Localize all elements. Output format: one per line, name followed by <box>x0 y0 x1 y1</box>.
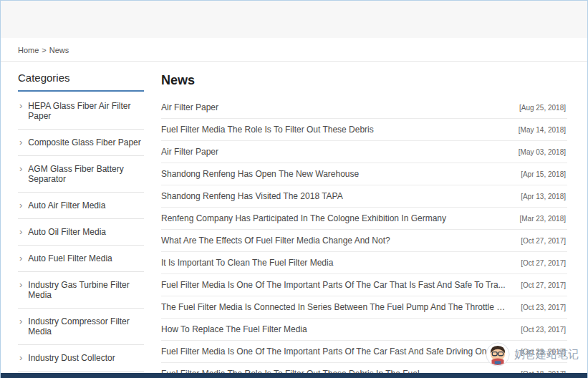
news-row-date: [Mar 23, 2018] <box>520 215 566 223</box>
category-label: AGM Glass Fiber Battery Separator <box>28 164 144 184</box>
categories-accent-rule <box>18 90 144 92</box>
sidebar-category-item[interactable]: › Auto Fuel Filter Media <box>18 246 144 272</box>
news-row[interactable]: Shandong Renfeng Has Open The New Wareho… <box>161 163 567 185</box>
category-label: Industry Compressor Filter Media <box>28 316 144 336</box>
news-row-date: [May 03, 2018] <box>519 148 566 156</box>
news-row-date: [Aug 25, 2018] <box>519 104 566 112</box>
chevron-right-icon: › <box>19 280 22 290</box>
news-row-date: [Oct 23, 2017] <box>521 348 566 356</box>
news-row-date: [May 14, 2018] <box>519 126 566 134</box>
sidebar-category-item[interactable]: › Auto Oil Filter Media <box>18 219 144 246</box>
chevron-right-icon: › <box>19 200 22 210</box>
category-label: HEPA Glass Fiber Air Filter Paper <box>28 101 144 121</box>
chevron-right-icon: › <box>19 137 22 147</box>
news-row-title[interactable]: How To Replace The Fuel Filter Media <box>161 324 319 334</box>
sidebar-category-item[interactable]: › HEPA Glass Fiber Air Filter Paper <box>18 93 144 130</box>
category-label: Composite Glass Fiber Paper <box>28 137 140 147</box>
news-row[interactable]: Fuel Filter Media Is One Of The Importan… <box>161 341 567 363</box>
news-row-date: [Apr 13, 2018] <box>521 193 566 200</box>
chevron-right-icon: › <box>19 316 22 326</box>
category-label: Auto Oil Filter Media <box>28 227 106 237</box>
news-row-title[interactable]: Air Filter Paper <box>161 147 230 157</box>
news-row-title[interactable]: Fuel Filter Media Is One Of The Importan… <box>161 280 517 290</box>
page-frame: Home>News Categories › HEPA Glass Fiber … <box>0 0 588 378</box>
news-row[interactable]: Fuel Filter Media The Role Is To Filter … <box>161 119 567 141</box>
categories-title: Categories <box>18 72 144 90</box>
news-row-title[interactable]: Renfeng Company Has Participated In The … <box>161 213 458 223</box>
chevron-right-icon: › <box>19 101 22 111</box>
category-label: Auto Fuel Filter Media <box>28 253 112 263</box>
news-row[interactable]: Fuel Filter Media Is One Of The Importan… <box>161 274 567 296</box>
news-row-title[interactable]: Air Filter Paper <box>161 102 230 112</box>
news-row-date: [Oct 27, 2017] <box>521 281 566 289</box>
category-list: › HEPA Glass Fiber Air Filter Paper › Co… <box>18 93 144 372</box>
breadcrumb-separator: > <box>42 46 46 54</box>
news-row-title[interactable]: Fuel Filter Media The Role Is To Filter … <box>161 125 385 135</box>
page-title: News <box>161 73 567 88</box>
news-row-title[interactable]: The Fuel Filter Media Is Connected In Se… <box>161 302 521 312</box>
news-row[interactable]: Renfeng Company Has Participated In The … <box>161 208 567 230</box>
breadcrumb: Home>News <box>1 38 587 61</box>
sidebar-category-item[interactable]: › Industry Compressor Filter Media <box>18 309 144 345</box>
news-row-title[interactable]: It Is Important To Clean The Fuel Filter… <box>161 258 344 268</box>
category-label: Auto Air Filter Media <box>28 200 105 210</box>
categories-sidebar: Categories › HEPA Glass Fiber Air Filter… <box>18 72 144 378</box>
news-row[interactable]: Shandong Renfeng Has Visited The 2018 TA… <box>161 185 567 208</box>
news-row[interactable]: It Is Important To Clean The Fuel Filter… <box>161 252 567 274</box>
sidebar-category-item[interactable]: › Industry Gas Turbine Filter Media <box>18 272 144 309</box>
news-row[interactable]: Air Filter Paper [Aug 25, 2018] <box>161 97 567 119</box>
sidebar-category-item[interactable]: › Composite Glass Fiber Paper <box>18 130 144 156</box>
news-row-date: [Oct 23, 2017] <box>521 326 566 334</box>
news-row[interactable]: Air Filter Paper [May 03, 2018] <box>161 141 567 163</box>
news-row-title[interactable]: Shandong Renfeng Has Open The New Wareho… <box>161 169 370 179</box>
news-row[interactable]: How To Replace The Fuel Filter Media [Oc… <box>161 319 567 341</box>
news-row[interactable]: The Fuel Filter Media Is Connected In Se… <box>161 296 567 319</box>
category-label: Industry Gas Turbine Filter Media <box>28 280 144 300</box>
chevron-right-icon: › <box>19 253 22 263</box>
content-area: Categories › HEPA Glass Fiber Air Filter… <box>1 62 587 378</box>
chevron-right-icon: › <box>19 227 22 237</box>
news-row-date: [Oct 27, 2017] <box>521 259 566 267</box>
news-list: Air Filter Paper [Aug 25, 2018] Fuel Fil… <box>161 97 567 378</box>
category-label: Industry Dust Collector <box>28 353 115 363</box>
news-row-date: [Oct 23, 2017] <box>521 304 566 311</box>
sidebar-category-item[interactable]: › Auto Air Filter Media <box>18 193 144 219</box>
news-row-date: [Oct 27, 2017] <box>521 237 566 245</box>
sidebar-category-item[interactable]: › Industry Dust Collector <box>18 345 144 372</box>
breadcrumb-home-link[interactable]: Home <box>18 46 39 54</box>
breadcrumb-current-link[interactable]: News <box>49 46 69 54</box>
chevron-right-icon: › <box>19 164 22 174</box>
news-row-title[interactable]: Shandong Renfeng Has Visited The 2018 TA… <box>161 191 355 201</box>
news-row[interactable]: What Are The Effects Of Fuel Filter Medi… <box>161 230 567 252</box>
news-row-date: [Apr 15, 2018] <box>521 170 566 178</box>
sidebar-category-item[interactable]: › AGM Glass Fiber Battery Separator <box>18 156 144 193</box>
news-main: News Air Filter Paper [Aug 25, 2018] Fue… <box>161 72 567 378</box>
news-row-title[interactable]: Fuel Filter Media Is One Of The Importan… <box>161 346 521 357</box>
bottom-accent-bar <box>1 373 587 378</box>
chevron-right-icon: › <box>19 353 22 363</box>
news-row-title[interactable]: What Are The Effects Of Fuel Filter Medi… <box>161 236 402 246</box>
top-header-band <box>1 1 587 38</box>
